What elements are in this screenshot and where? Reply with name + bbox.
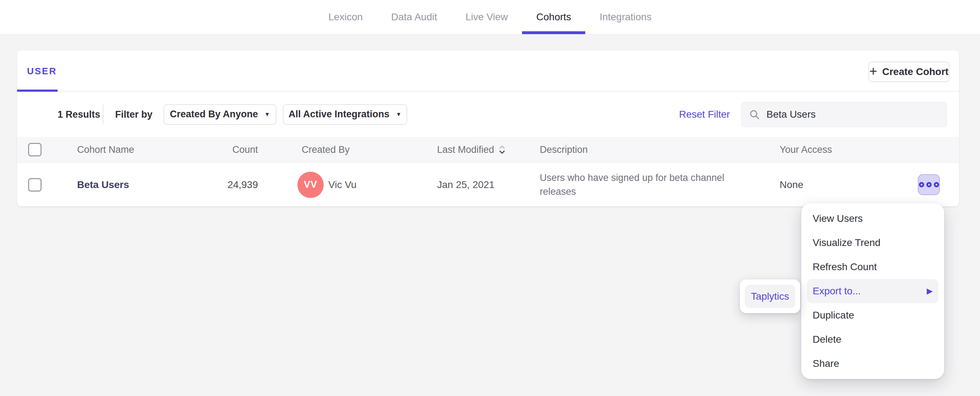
create-cohort-button[interactable]: + Create Cohort [869,62,950,82]
row-actions-button[interactable] [918,174,940,195]
nav-item-label: Integrations [600,11,651,23]
column-header-last-modified[interactable]: Last Modified [437,144,506,155]
menu-item-export-to[interactable]: Export to... ▶ [807,279,939,303]
nav-item-label: Lexicon [328,11,363,23]
nav-item-integrations[interactable]: Integrations [585,0,665,34]
menu-item-view-users[interactable]: View Users [807,206,939,231]
filter-by-label: Filter by [115,109,153,120]
column-header-description: Description [540,144,588,155]
menu-item-label: Refresh Count [813,261,877,273]
cohort-description: Users who have signed up for beta channe… [540,171,733,199]
row-checkbox[interactable] [28,178,41,192]
submenu-item-taplytics[interactable]: Taplytics [745,285,795,308]
search-box [741,102,947,127]
create-cohort-label: Create Cohort [882,66,949,78]
integrations-filter-dropdown[interactable]: All Active Integrations ▼ [283,104,407,125]
created-by-filter-dropdown[interactable]: Created By Anyone ▼ [164,104,277,125]
your-access-value: None [780,179,803,190]
more-actions-icon [934,182,939,187]
nav-item-data-audit[interactable]: Data Audit [377,0,451,34]
nav-item-cohorts[interactable]: Cohorts [522,0,585,34]
export-submenu: Taplytics [740,279,800,313]
submenu-arrow-icon: ▶ [927,286,933,296]
menu-item-share[interactable]: Share [807,351,939,376]
reset-filter-link[interactable]: Reset Filter [679,109,730,120]
column-header-your-access: Your Access [780,144,832,155]
avatar: VV [298,172,324,198]
cohort-name-link[interactable]: Beta Users [77,179,129,190]
table-row: Beta Users 24,939 VV Vic Vu Jan 25, 2021… [17,163,959,206]
menu-item-label: Export to... [813,286,861,297]
menu-item-duplicate[interactable]: Duplicate [807,303,939,327]
toolbar-row: 1 Results Filter by Created By Anyone ▼ … [17,92,959,137]
vertical-divider [103,104,103,125]
menu-item-label: Visualize Trend [813,237,880,249]
sort-icon [498,144,506,155]
menu-item-delete[interactable]: Delete [807,327,939,351]
last-modified-value: Jan 25, 2021 [437,179,495,190]
main-content: USER + Create Cohort 1 Results Filter by… [0,35,980,206]
caret-down-icon: ▼ [396,111,401,118]
menu-item-label: Delete [813,334,842,345]
menu-item-refresh-count[interactable]: Refresh Count [807,255,939,279]
menu-item-visualize-trend[interactable]: Visualize Trend [807,231,939,255]
nav-item-live-view[interactable]: Live View [451,0,522,34]
plus-icon: + [870,64,877,78]
more-actions-icon [919,182,924,187]
search-input[interactable] [767,109,926,120]
top-nav: Lexicon Data Audit Live View Cohorts Int… [0,0,980,35]
column-header-cohort-name: Cohort Name [77,144,134,155]
integrations-filter-value: All Active Integrations [288,109,390,120]
nav-item-label: Data Audit [391,11,437,23]
created-by-filter-value: Created By Anyone [170,109,258,120]
nav-item-lexicon[interactable]: Lexicon [314,0,377,34]
cohort-count: 24,939 [195,179,258,190]
more-actions-icon [926,182,932,187]
tab-user[interactable]: USER [27,51,57,92]
active-tab-underline [522,31,585,34]
cohorts-panel: USER + Create Cohort 1 Results Filter by… [17,51,959,206]
menu-item-label: Duplicate [813,310,854,321]
column-header-created-by: Created By [302,144,350,155]
caret-down-icon: ▼ [264,111,270,118]
panel-tab-row: USER + Create Cohort [17,51,959,92]
select-all-checkbox[interactable] [28,143,41,156]
menu-item-label: Share [813,358,839,369]
last-modified-label: Last Modified [437,144,494,155]
tab-user-label: USER [27,66,57,77]
nav-item-label: Cohorts [536,11,571,23]
menu-item-label: View Users [813,213,863,224]
column-header-count: Count [195,144,258,155]
created-by-name: Vic Vu [328,179,356,190]
search-icon [749,109,760,120]
table-header-row: Cohort Name Count Created By Last Modifi… [17,137,959,163]
results-count: 1 Results [57,109,100,120]
submenu-item-label: Taplytics [751,291,789,302]
nav-item-label: Live View [466,11,508,23]
row-context-menu: View Users Visualize Trend Refresh Count… [801,203,944,379]
